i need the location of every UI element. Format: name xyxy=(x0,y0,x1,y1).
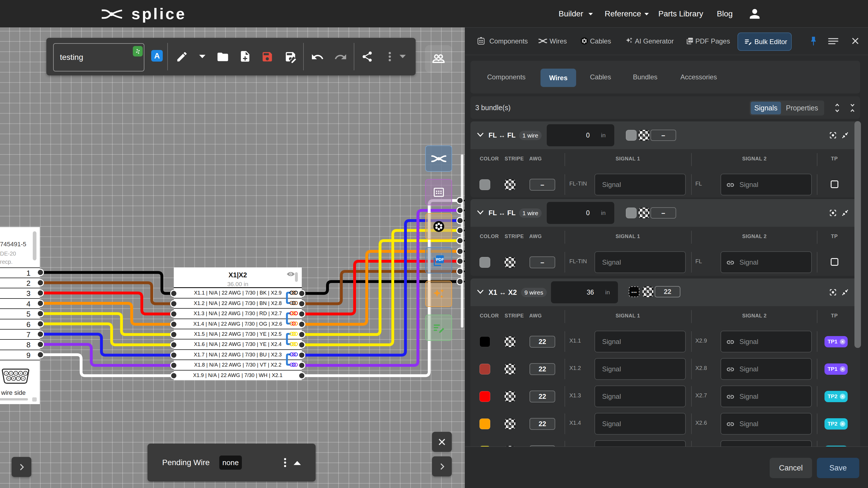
svg-text:PDF: PDF xyxy=(688,39,693,42)
svg-text:PDF: PDF xyxy=(436,257,444,262)
